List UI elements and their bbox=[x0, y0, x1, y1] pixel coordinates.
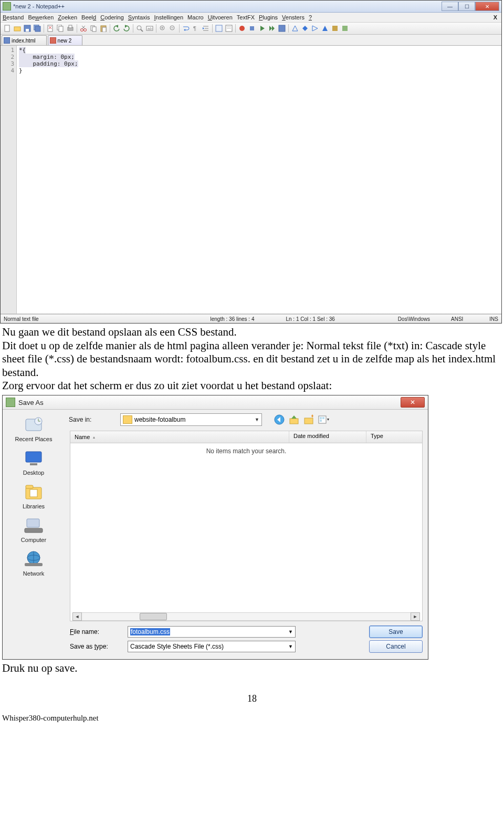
save-type-dropdown[interactable]: Cascade Style Sheets File (*.css) ▼ bbox=[128, 641, 296, 652]
up-folder-icon[interactable] bbox=[288, 414, 300, 425]
file-list[interactable]: No items match your search. ◄ ► bbox=[70, 443, 423, 621]
close-all-icon[interactable] bbox=[56, 24, 65, 33]
dialog-close-button[interactable]: ✕ bbox=[401, 397, 425, 408]
save-icon[interactable] bbox=[23, 24, 32, 33]
print-icon[interactable] bbox=[66, 24, 75, 33]
save-all-icon[interactable] bbox=[33, 24, 42, 33]
new-folder-icon[interactable] bbox=[303, 414, 314, 425]
tab-new-2[interactable]: new 2 bbox=[48, 35, 83, 45]
plugin-icon-5[interactable] bbox=[330, 24, 340, 33]
menu-bewerken[interactable]: Bewerken bbox=[28, 14, 54, 20]
toolbar[interactable]: ab ¶ bbox=[1, 23, 501, 35]
save-in-label: Save in: bbox=[69, 416, 116, 423]
paste-icon[interactable] bbox=[99, 24, 108, 33]
record-macro-icon[interactable] bbox=[237, 24, 247, 33]
menu-vensters[interactable]: Vensters bbox=[282, 14, 304, 20]
close-file-icon[interactable] bbox=[46, 24, 55, 33]
menu-instellingen[interactable]: Instellingen bbox=[154, 14, 183, 20]
indent-icon[interactable] bbox=[201, 24, 211, 33]
menu-uitvoeren[interactable]: Uitvoeren bbox=[208, 14, 233, 20]
plugin-icon-4[interactable] bbox=[320, 24, 330, 33]
view-menu-icon[interactable] bbox=[318, 414, 329, 425]
find-icon[interactable] bbox=[135, 24, 144, 33]
place-desktop[interactable]: Desktop bbox=[23, 449, 45, 476]
stop-macro-icon[interactable] bbox=[247, 24, 257, 33]
menu-help[interactable]: ? bbox=[309, 14, 312, 20]
plugin-icon-2[interactable] bbox=[300, 24, 310, 33]
zoom-in-icon[interactable] bbox=[158, 24, 167, 33]
status-pos: Ln : 1 Col : 1 Sel : 36 bbox=[286, 316, 334, 322]
play-multi-icon[interactable] bbox=[267, 24, 277, 33]
file-list-header[interactable]: Name▴ Date modified Type bbox=[70, 431, 423, 443]
place-label: Recent Places bbox=[15, 436, 52, 442]
plugin-icon-3[interactable] bbox=[310, 24, 320, 33]
close-button[interactable]: ✕ bbox=[475, 2, 499, 11]
cancel-button[interactable]: Cancel bbox=[369, 640, 423, 653]
place-network[interactable]: Network bbox=[23, 549, 45, 577]
plugin-icon-6[interactable] bbox=[340, 24, 350, 33]
new-icon[interactable] bbox=[3, 24, 12, 33]
place-recent[interactable]: Recent Places bbox=[15, 415, 52, 442]
scroll-right-icon[interactable]: ► bbox=[411, 612, 420, 621]
menu-textfx[interactable]: TextFX bbox=[237, 14, 255, 20]
func-list-icon[interactable] bbox=[214, 24, 224, 33]
open-icon[interactable] bbox=[13, 24, 22, 33]
tabstrip-close-icon[interactable]: X bbox=[494, 14, 499, 20]
cut-icon[interactable] bbox=[79, 24, 88, 33]
redo-icon[interactable] bbox=[122, 24, 131, 33]
replace-icon[interactable]: ab bbox=[145, 24, 154, 33]
svg-marker-21 bbox=[116, 25, 118, 28]
svg-line-24 bbox=[141, 29, 143, 32]
menu-bestand[interactable]: Bestand bbox=[3, 14, 24, 20]
chevron-down-icon[interactable]: ▼ bbox=[288, 644, 293, 649]
tab-index-html[interactable]: index.html bbox=[2, 35, 47, 45]
place-libraries[interactable]: Libraries bbox=[23, 482, 45, 509]
save-type-value: Cascade Style Sheets File (*.css) bbox=[130, 643, 224, 650]
scroll-left-icon[interactable]: ◄ bbox=[72, 612, 82, 621]
editor-area[interactable]: 1 2 3 4 *{ margin: 0px; padding: 0px; } bbox=[1, 46, 501, 314]
menu-syntaxis[interactable]: Syntaxis bbox=[128, 14, 150, 20]
zoom-out-icon[interactable] bbox=[168, 24, 177, 33]
menu-plugins[interactable]: Plugins bbox=[259, 14, 278, 20]
window-title: *new 2 - Notepad++ bbox=[13, 3, 442, 9]
play-macro-icon[interactable] bbox=[257, 24, 267, 33]
menu-codering[interactable]: Codering bbox=[100, 14, 124, 20]
column-type[interactable]: Type bbox=[366, 431, 422, 443]
menu-zoeken[interactable]: Zoeken bbox=[58, 14, 77, 20]
menu-beeld[interactable]: Beeld bbox=[81, 14, 96, 20]
scroll-thumb[interactable] bbox=[140, 613, 167, 620]
menu-macro[interactable]: Macro bbox=[187, 14, 204, 20]
svg-marker-51 bbox=[322, 26, 328, 31]
line-gutter: 1 2 3 4 bbox=[1, 46, 17, 314]
menubar[interactable]: Bestand Bewerken Zoeken Beeld Codering S… bbox=[1, 13, 501, 23]
svg-marker-32 bbox=[184, 29, 185, 31]
chevron-down-icon[interactable]: ▼ bbox=[288, 629, 293, 634]
plugin-icon-1[interactable] bbox=[290, 24, 300, 33]
minimize-button[interactable]: — bbox=[442, 2, 458, 11]
wordwrap-icon[interactable] bbox=[181, 24, 191, 33]
column-name[interactable]: Name▴ bbox=[70, 431, 289, 443]
scroll-track[interactable] bbox=[82, 612, 411, 621]
copy-icon[interactable] bbox=[89, 24, 98, 33]
svg-rect-68 bbox=[25, 563, 43, 566]
save-macro-icon[interactable] bbox=[277, 24, 287, 33]
svg-rect-52 bbox=[332, 26, 338, 31]
titlebar[interactable]: *new 2 - Notepad++ — ☐ ✕ bbox=[1, 1, 501, 13]
filename-input[interactable]: fotoalbum.css ▼ bbox=[128, 626, 296, 638]
doc-map-icon[interactable] bbox=[224, 24, 234, 33]
maximize-button[interactable]: ☐ bbox=[458, 2, 475, 11]
back-icon[interactable] bbox=[274, 414, 285, 425]
tabbar[interactable]: index.html new 2 bbox=[1, 35, 501, 46]
horizontal-scrollbar[interactable]: ◄ ► bbox=[72, 612, 420, 621]
svg-point-23 bbox=[137, 26, 141, 30]
save-button[interactable]: Save bbox=[369, 626, 423, 638]
save-in-dropdown[interactable]: website-fotoalbum ▼ bbox=[120, 413, 262, 426]
column-date[interactable]: Date modified bbox=[289, 431, 366, 443]
dialog-titlebar[interactable]: Save As ✕ bbox=[3, 395, 428, 410]
undo-icon[interactable] bbox=[112, 24, 121, 33]
place-computer[interactable]: Computer bbox=[21, 516, 46, 543]
status-encoding: ANSI bbox=[451, 316, 463, 322]
show-all-icon[interactable]: ¶ bbox=[191, 24, 201, 33]
svg-marker-48 bbox=[292, 26, 298, 31]
code-text[interactable]: *{ margin: 0px; padding: 0px; } bbox=[17, 46, 501, 314]
